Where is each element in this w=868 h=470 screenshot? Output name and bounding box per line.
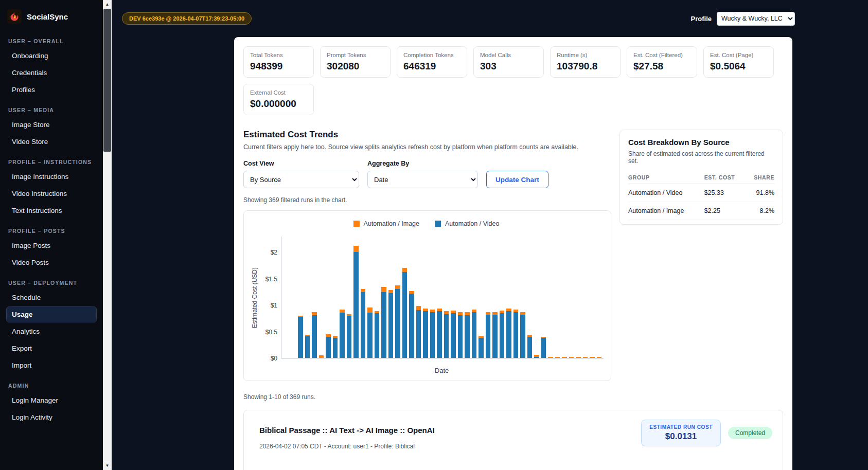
bar-segment-video <box>361 292 366 358</box>
sidebar-item-image-instructions[interactable]: Image Instructions <box>6 169 97 185</box>
bar-segment-video <box>444 314 449 358</box>
bar-segment-video <box>375 313 380 358</box>
chart-bar <box>388 290 394 358</box>
stat-card-est-cost-page: Est. Cost (Page)$0.5064 <box>703 46 774 78</box>
stat-card-model-calls: Model Calls303 <box>473 46 544 78</box>
stat-label: Est. Cost (Page) <box>710 52 767 58</box>
sidebar-item-login-activity[interactable]: Login Activity <box>6 409 97 425</box>
trends-subtitle: Current filters apply here too. Source v… <box>243 143 611 151</box>
breakdown-row: Automation / Image$2.258.2% <box>628 202 774 220</box>
profile-select[interactable]: Wucky & Wucky, LLC <box>717 12 795 26</box>
bar-segment-video <box>416 310 421 358</box>
bar-segment-image <box>555 357 560 358</box>
stat-value: $0.5064 <box>710 61 767 72</box>
bar-segment-video <box>326 337 331 358</box>
bar-segment-video <box>492 315 498 358</box>
chart-bar <box>513 310 519 358</box>
sidebar-item-login-manager[interactable]: Login Manager <box>6 392 97 408</box>
sidebar-section-header: USER – DEPLOYMENT <box>8 280 95 286</box>
page-scrollbar[interactable]: ▲ ▼ <box>103 0 112 470</box>
stats-grid: Total Tokens948399Prompt Tokens302080Com… <box>243 46 783 115</box>
chart-bar <box>333 336 338 358</box>
sidebar-item-schedule[interactable]: Schedule <box>6 290 97 305</box>
chart-bar <box>444 311 449 358</box>
chart-bar <box>486 312 491 358</box>
sidebar-section-header: PROFILE – POSTS <box>8 228 95 234</box>
scrollbar-thumb[interactable] <box>103 9 111 152</box>
bar-segment-video <box>451 313 456 358</box>
bar-segment-video <box>506 311 511 358</box>
sidebar-item-video-instructions[interactable]: Video Instructions <box>6 186 97 202</box>
chart-bar <box>465 312 470 358</box>
stat-value: 948399 <box>250 61 307 72</box>
chart-y-axis-title: Estimated Cost (USD) <box>249 237 260 358</box>
cost-view-select[interactable]: By Source <box>243 171 359 188</box>
bar-segment-image <box>381 287 386 292</box>
sidebar-item-credentials[interactable]: Credentials <box>6 65 97 81</box>
chart-legend: Automation / ImageAutomation / Video <box>249 220 604 227</box>
bar-segment-video <box>353 252 359 358</box>
bar-segment-video <box>347 316 352 358</box>
chart-x-axis-title: Date <box>249 367 604 374</box>
trends-row: Estimated Cost Trends Current filters ap… <box>243 130 783 381</box>
breakdown-column-header: EST. COST <box>704 171 746 184</box>
cost-trends-chart: Automation / ImageAutomation / Video Est… <box>243 210 611 381</box>
run-cost-value: $0.0131 <box>649 431 713 442</box>
bar-segment-video <box>333 338 338 358</box>
legend-swatch-icon <box>435 221 441 227</box>
bar-segment-image <box>548 357 553 358</box>
bar-segment-video <box>409 294 414 358</box>
bar-segment-image <box>319 355 324 358</box>
chart-bar <box>381 287 386 358</box>
run-card[interactable]: Biblical Passage :: AI Text -> AI Image … <box>243 410 783 470</box>
aggregate-by-select[interactable]: Date <box>367 171 478 188</box>
sidebar-item-onboarding[interactable]: Onboarding <box>6 48 97 64</box>
bar-segment-image <box>353 246 359 252</box>
sidebar-item-analytics[interactable]: Analytics <box>6 323 97 339</box>
breakdown-group: Automation / Video <box>628 184 704 202</box>
sidebar-item-profiles[interactable]: Profiles <box>6 82 97 98</box>
sidebar-section-header: USER – MEDIA <box>8 107 95 113</box>
stat-value: 103790.8 <box>557 61 614 72</box>
update-chart-button[interactable]: Update Chart <box>486 171 548 188</box>
stat-value: $27.58 <box>633 61 690 72</box>
chart-bar <box>375 311 380 358</box>
sidebar-section-header: USER – OVERALL <box>8 38 95 44</box>
sidebar-item-text-instructions[interactable]: Text Instructions <box>6 203 97 219</box>
stat-label: Runtime (s) <box>557 52 614 58</box>
chart-bar <box>562 357 567 358</box>
scrollbar-down-arrow-icon[interactable]: ▼ <box>103 461 112 470</box>
y-tick-label: $1 <box>271 302 277 309</box>
breakdown-title: Cost Breakdown By Source <box>628 138 774 147</box>
bar-segment-image <box>562 357 567 358</box>
breakdown-share: 91.8% <box>745 184 774 202</box>
bar-segment-image <box>367 308 373 313</box>
sidebar-item-image-store[interactable]: Image Store <box>6 117 97 133</box>
sidebar-item-video-posts[interactable]: Video Posts <box>6 255 97 270</box>
breakdown-column-header: SHARE <box>745 171 774 184</box>
sidebar-item-image-posts[interactable]: Image Posts <box>6 238 97 254</box>
breakdown-table-body: Automation / Video$25.3391.8%Automation … <box>628 184 774 220</box>
chart-bar <box>527 335 533 358</box>
sidebar-item-usage[interactable]: Usage <box>6 306 97 322</box>
sidebar-item-import[interactable]: Import <box>6 357 97 373</box>
run-card-right: ESTIMATED RUN COST $0.0131 Completed <box>641 420 772 446</box>
stat-card-runtime-s: Runtime (s)103790.8 <box>550 46 621 78</box>
chart-body: Estimated Cost (USD) $0$0.5$1$1.5$2 <box>249 237 604 358</box>
sidebar: SocialSync USER – OVERALLOnboardingCrede… <box>0 0 103 470</box>
chart-bar <box>555 357 560 358</box>
bar-segment-image <box>569 357 574 358</box>
stat-card-completion-tokens: Completion Tokens646319 <box>397 46 467 78</box>
scrollbar-up-arrow-icon[interactable]: ▲ <box>103 0 112 9</box>
breakdown-subtitle: Share of estimated cost across the curre… <box>628 150 774 165</box>
stat-card-total-tokens: Total Tokens948399 <box>243 46 314 78</box>
sidebar-item-video-store[interactable]: Video Store <box>6 134 97 150</box>
chart-bar <box>492 312 498 358</box>
chart-bar <box>590 357 595 358</box>
bar-segment-video <box>437 311 442 358</box>
trends-section: Estimated Cost Trends Current filters ap… <box>243 130 611 381</box>
topbar: DEV 6ce393e @ 2026-04-07T17:39:23-05:00 … <box>112 0 868 37</box>
sidebar-item-export[interactable]: Export <box>6 340 97 356</box>
stat-label: Model Calls <box>480 52 537 58</box>
bar-segment-video <box>541 338 546 358</box>
